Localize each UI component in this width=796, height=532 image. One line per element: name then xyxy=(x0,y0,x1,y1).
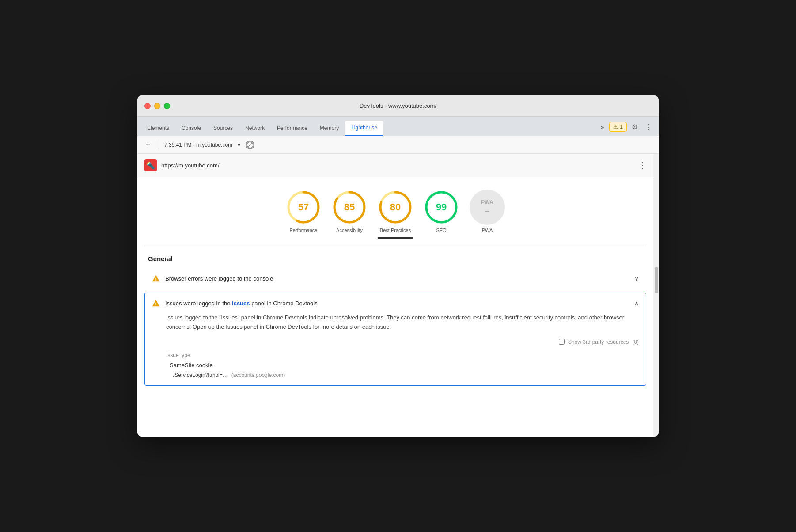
audit-chevron-issues-panel: ∧ xyxy=(634,300,639,307)
scores-section: 57 Performance 85 Accessibility xyxy=(137,177,653,246)
pwa-dash: – xyxy=(485,206,489,216)
score-seo[interactable]: 99 SEO xyxy=(424,190,459,239)
lighthouse-icon: 🔦 xyxy=(144,159,157,171)
pwa-label: PWA xyxy=(481,199,493,205)
audit-title-suffix: panel in Chrome Devtools xyxy=(250,300,318,307)
score-label-accessibility: Accessibility xyxy=(336,228,363,233)
scrollbar-thumb[interactable] xyxy=(655,267,658,293)
score-value-seo: 99 xyxy=(436,201,447,213)
score-circle-accessibility: 85 xyxy=(332,190,367,225)
tab-memory[interactable]: Memory xyxy=(314,121,345,136)
audit-item-issues-panel: ! Issues were logged in the Issues panel… xyxy=(144,293,646,386)
settings-button[interactable]: ⚙ xyxy=(629,121,641,133)
svg-text:🔦: 🔦 xyxy=(146,161,155,170)
devtools-window: DevTools - www.youtube.com/ Elements Con… xyxy=(137,95,659,437)
show-3rdparty-label: Show 3rd-party resources xyxy=(568,339,629,345)
audit-description: Issues logged to the `Issues` panel in C… xyxy=(166,313,639,332)
more-options-button[interactable]: ⋮ xyxy=(643,121,655,133)
score-accessibility[interactable]: 85 Accessibility xyxy=(332,190,367,239)
window-title: DevTools - www.youtube.com/ xyxy=(360,103,436,109)
warning-count: 1 xyxy=(620,124,623,130)
warning-icon: ⚠ xyxy=(613,124,618,130)
tab-network[interactable]: Network xyxy=(239,121,271,136)
audit-item-browser-errors: ! Browser errors were logged to the cons… xyxy=(144,268,646,289)
issue-domain: (accounts.google.com) xyxy=(231,372,285,378)
tab-elements[interactable]: Elements xyxy=(141,121,175,136)
active-score-indicator xyxy=(378,237,413,239)
toolbar-dropdown[interactable]: ▾ xyxy=(238,142,240,148)
warning-badge[interactable]: ⚠ 1 xyxy=(609,122,627,132)
tab-bar: Elements Console Sources Network Perform… xyxy=(137,117,659,136)
issues-panel-link[interactable]: Issues xyxy=(232,300,250,307)
toolbar-divider xyxy=(159,141,159,149)
score-label-best-practices: Best Practices xyxy=(380,228,411,233)
scrollbar[interactable] xyxy=(653,154,659,437)
score-value-accessibility: 85 xyxy=(344,201,355,213)
tab-bar-right: » ⚠ 1 ⚙ ⋮ xyxy=(597,121,655,136)
score-circle-performance: 57 xyxy=(286,190,321,225)
checkbox-row: Show 3rd-party resources (0) xyxy=(166,339,639,345)
audit-header-browser-errors[interactable]: ! Browser errors were logged to the cons… xyxy=(145,268,646,289)
score-value-performance: 57 xyxy=(298,201,309,213)
traffic-lights xyxy=(144,103,170,109)
issue-type-label: Issue type xyxy=(166,352,639,358)
score-performance[interactable]: 57 Performance xyxy=(286,190,321,239)
score-value-best-practices: 80 xyxy=(390,201,401,213)
tab-performance[interactable]: Performance xyxy=(271,121,314,136)
lighthouse-header: 🔦 https://m.youtube.com/ ⋮ xyxy=(137,154,653,177)
issue-url-row: /ServiceLogin?ltmpl=… (accounts.google.c… xyxy=(166,372,639,378)
show-3rdparty-checkbox[interactable] xyxy=(559,339,565,345)
section-title-general: General xyxy=(137,246,653,268)
block-icon xyxy=(246,141,254,148)
score-best-practices[interactable]: 80 Best Practices xyxy=(378,190,413,239)
minimize-button[interactable] xyxy=(154,103,160,109)
issue-url[interactable]: /ServiceLogin?ltmpl=… xyxy=(173,372,228,378)
warning-triangle-icon-2: ! xyxy=(152,299,160,307)
warning-triangle-icon: ! xyxy=(152,274,160,282)
audit-title-issues-panel: Issues were logged in the Issues panel i… xyxy=(165,300,629,307)
audit-title-prefix: Issues were logged in the xyxy=(165,300,232,307)
audit-body-issues-panel: Issues logged to the `Issues` panel in C… xyxy=(145,313,646,385)
block-network-button[interactable] xyxy=(246,141,254,149)
score-circle-seo: 99 xyxy=(424,190,459,225)
lighthouse-menu-button[interactable]: ⋮ xyxy=(638,160,646,170)
tab-lighthouse[interactable]: Lighthouse xyxy=(345,121,383,136)
score-circle-pwa: PWA – xyxy=(470,190,505,225)
close-button[interactable] xyxy=(144,103,151,109)
lighthouse-url: https://m.youtube.com/ xyxy=(161,162,634,169)
add-tab-button[interactable]: + xyxy=(143,140,153,149)
audit-title-browser-errors: Browser errors were logged to the consol… xyxy=(165,275,629,282)
more-tabs-button[interactable]: » xyxy=(597,122,607,132)
toolbar-time: 7:35:41 PM - m.youtube.com xyxy=(164,142,232,148)
toolbar: + 7:35:41 PM - m.youtube.com ▾ xyxy=(137,136,659,154)
tab-sources[interactable]: Sources xyxy=(207,121,239,136)
main-content: 🔦 https://m.youtube.com/ ⋮ 57 Perf xyxy=(137,154,659,437)
audit-header-issues-panel[interactable]: ! Issues were logged in the Issues panel… xyxy=(145,293,646,313)
score-label-pwa: PWA xyxy=(482,228,493,233)
score-pwa[interactable]: PWA – PWA xyxy=(470,190,505,239)
score-circle-best-practices: 80 xyxy=(378,190,413,225)
svg-text:!: ! xyxy=(155,277,157,281)
checkbox-count: (0) xyxy=(632,339,639,345)
maximize-button[interactable] xyxy=(164,103,170,109)
score-label-seo: SEO xyxy=(436,228,446,233)
issue-category: SameSite cookie xyxy=(166,362,639,369)
title-bar: DevTools - www.youtube.com/ xyxy=(137,95,659,117)
content-wrapper: 🔦 https://m.youtube.com/ ⋮ 57 Perf xyxy=(137,154,659,437)
svg-line-1 xyxy=(248,143,252,147)
audit-chevron-browser-errors: ∨ xyxy=(634,275,639,282)
score-label-performance: Performance xyxy=(290,228,318,233)
svg-text:!: ! xyxy=(155,302,157,306)
tab-console[interactable]: Console xyxy=(175,121,207,136)
